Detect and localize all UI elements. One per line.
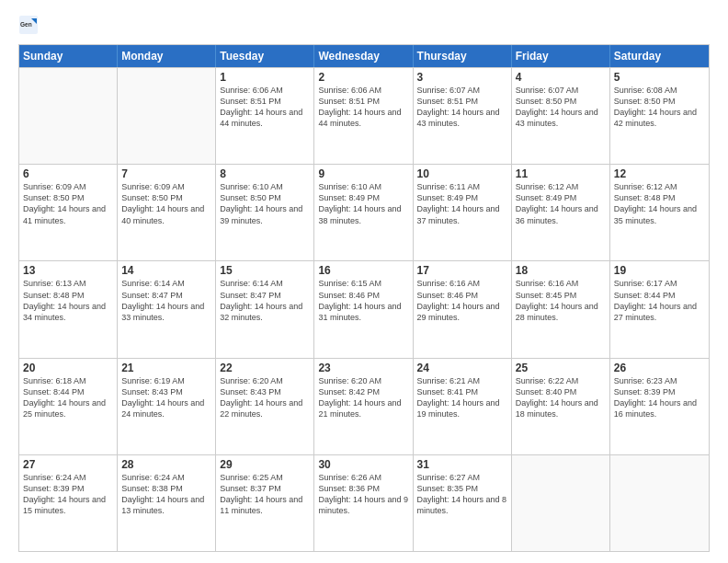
cell-info: Sunrise: 6:16 AM Sunset: 8:46 PM Dayligh… bbox=[417, 278, 507, 323]
calendar-row-2: 6Sunrise: 6:09 AM Sunset: 8:50 PM Daylig… bbox=[19, 164, 709, 260]
cell-info: Sunrise: 6:25 AM Sunset: 8:37 PM Dayligh… bbox=[220, 472, 310, 517]
cell-info: Sunrise: 6:07 AM Sunset: 8:50 PM Dayligh… bbox=[516, 85, 606, 130]
calendar-cell: 2Sunrise: 6:06 AM Sunset: 8:51 PM Daylig… bbox=[314, 68, 413, 164]
logo-icon: Gen bbox=[18, 15, 39, 35]
cell-info: Sunrise: 6:09 AM Sunset: 8:50 PM Dayligh… bbox=[121, 181, 211, 226]
calendar-cell: 9Sunrise: 6:10 AM Sunset: 8:49 PM Daylig… bbox=[314, 165, 413, 260]
calendar-cell: 1Sunrise: 6:06 AM Sunset: 8:51 PM Daylig… bbox=[216, 68, 314, 164]
day-number: 1 bbox=[220, 71, 310, 84]
day-number: 13 bbox=[23, 264, 113, 277]
day-number: 10 bbox=[417, 167, 507, 180]
calendar-cell: 16Sunrise: 6:15 AM Sunset: 8:46 PM Dayli… bbox=[314, 261, 413, 357]
day-number: 27 bbox=[23, 458, 113, 471]
cell-info: Sunrise: 6:19 AM Sunset: 8:43 PM Dayligh… bbox=[121, 375, 211, 420]
day-number: 17 bbox=[417, 264, 507, 277]
cell-info: Sunrise: 6:09 AM Sunset: 8:50 PM Dayligh… bbox=[23, 181, 113, 226]
calendar-cell: 13Sunrise: 6:13 AM Sunset: 8:48 PM Dayli… bbox=[19, 261, 118, 357]
cell-info: Sunrise: 6:06 AM Sunset: 8:51 PM Dayligh… bbox=[220, 85, 310, 130]
cell-info: Sunrise: 6:17 AM Sunset: 8:44 PM Dayligh… bbox=[614, 278, 705, 323]
calendar-cell: 24Sunrise: 6:21 AM Sunset: 8:41 PM Dayli… bbox=[414, 359, 512, 454]
header: Gen bbox=[18, 15, 710, 35]
cell-info: Sunrise: 6:06 AM Sunset: 8:51 PM Dayligh… bbox=[318, 85, 408, 130]
calendar-cell: 14Sunrise: 6:14 AM Sunset: 8:47 PM Dayli… bbox=[118, 261, 216, 357]
calendar-cell: 11Sunrise: 6:12 AM Sunset: 8:49 PM Dayli… bbox=[512, 165, 610, 260]
calendar-cell: 29Sunrise: 6:25 AM Sunset: 8:37 PM Dayli… bbox=[216, 455, 314, 551]
day-number: 11 bbox=[516, 167, 606, 180]
cell-info: Sunrise: 6:14 AM Sunset: 8:47 PM Dayligh… bbox=[121, 278, 211, 323]
calendar-cell: 7Sunrise: 6:09 AM Sunset: 8:50 PM Daylig… bbox=[118, 165, 216, 260]
day-number: 9 bbox=[318, 167, 408, 180]
day-number: 7 bbox=[121, 167, 211, 180]
cell-info: Sunrise: 6:16 AM Sunset: 8:45 PM Dayligh… bbox=[516, 278, 606, 323]
calendar-cell: 5Sunrise: 6:08 AM Sunset: 8:50 PM Daylig… bbox=[610, 68, 709, 164]
cell-info: Sunrise: 6:14 AM Sunset: 8:47 PM Dayligh… bbox=[220, 278, 310, 323]
day-number: 19 bbox=[614, 264, 705, 277]
cell-info: Sunrise: 6:22 AM Sunset: 8:40 PM Dayligh… bbox=[516, 375, 606, 420]
day-number: 20 bbox=[23, 362, 113, 374]
day-number: 21 bbox=[121, 362, 211, 374]
day-number: 25 bbox=[516, 362, 606, 374]
header-day-sunday: Sunday bbox=[19, 45, 118, 67]
svg-text:Gen: Gen bbox=[20, 21, 32, 28]
cell-info: Sunrise: 6:12 AM Sunset: 8:48 PM Dayligh… bbox=[614, 181, 705, 226]
day-number: 5 bbox=[614, 71, 705, 84]
calendar-row-3: 13Sunrise: 6:13 AM Sunset: 8:48 PM Dayli… bbox=[19, 260, 709, 357]
cell-info: Sunrise: 6:12 AM Sunset: 8:49 PM Dayligh… bbox=[516, 181, 606, 226]
calendar-cell: 18Sunrise: 6:16 AM Sunset: 8:45 PM Dayli… bbox=[512, 261, 610, 357]
day-number: 28 bbox=[121, 458, 211, 471]
header-day-wednesday: Wednesday bbox=[314, 45, 413, 67]
cell-info: Sunrise: 6:20 AM Sunset: 8:43 PM Dayligh… bbox=[220, 375, 310, 420]
calendar-cell: 6Sunrise: 6:09 AM Sunset: 8:50 PM Daylig… bbox=[19, 165, 118, 260]
calendar-cell: 26Sunrise: 6:23 AM Sunset: 8:39 PM Dayli… bbox=[610, 359, 709, 454]
day-number: 4 bbox=[516, 71, 606, 84]
day-number: 26 bbox=[614, 362, 705, 374]
calendar-row-5: 27Sunrise: 6:24 AM Sunset: 8:39 PM Dayli… bbox=[19, 454, 709, 551]
cell-info: Sunrise: 6:26 AM Sunset: 8:36 PM Dayligh… bbox=[318, 472, 408, 517]
calendar: SundayMondayTuesdayWednesdayThursdayFrid… bbox=[18, 44, 710, 552]
calendar-cell: 31Sunrise: 6:27 AM Sunset: 8:35 PM Dayli… bbox=[414, 455, 512, 551]
day-number: 18 bbox=[516, 264, 606, 277]
calendar-cell: 8Sunrise: 6:10 AM Sunset: 8:50 PM Daylig… bbox=[216, 165, 314, 260]
calendar-cell: 10Sunrise: 6:11 AM Sunset: 8:49 PM Dayli… bbox=[414, 165, 512, 260]
cell-info: Sunrise: 6:23 AM Sunset: 8:39 PM Dayligh… bbox=[614, 375, 705, 420]
calendar-cell: 28Sunrise: 6:24 AM Sunset: 8:38 PM Dayli… bbox=[118, 455, 216, 551]
calendar-cell: 12Sunrise: 6:12 AM Sunset: 8:48 PM Dayli… bbox=[610, 165, 709, 260]
day-number: 14 bbox=[121, 264, 211, 277]
cell-info: Sunrise: 6:08 AM Sunset: 8:50 PM Dayligh… bbox=[614, 85, 705, 130]
cell-info: Sunrise: 6:13 AM Sunset: 8:48 PM Dayligh… bbox=[23, 278, 113, 323]
calendar-cell: 25Sunrise: 6:22 AM Sunset: 8:40 PM Dayli… bbox=[512, 359, 610, 454]
header-day-tuesday: Tuesday bbox=[216, 45, 314, 67]
cell-info: Sunrise: 6:20 AM Sunset: 8:42 PM Dayligh… bbox=[318, 375, 408, 420]
day-number: 30 bbox=[318, 458, 408, 471]
calendar-cell: 15Sunrise: 6:14 AM Sunset: 8:47 PM Dayli… bbox=[216, 261, 314, 357]
day-number: 2 bbox=[318, 71, 408, 84]
calendar-cell: 19Sunrise: 6:17 AM Sunset: 8:44 PM Dayli… bbox=[610, 261, 709, 357]
calendar-cell bbox=[118, 68, 216, 164]
calendar-cell: 20Sunrise: 6:18 AM Sunset: 8:44 PM Dayli… bbox=[19, 359, 118, 454]
page: Gen SundayMondayTuesdayWednesdayThursday… bbox=[0, 0, 728, 563]
cell-info: Sunrise: 6:24 AM Sunset: 8:38 PM Dayligh… bbox=[121, 472, 211, 517]
header-day-monday: Monday bbox=[118, 45, 216, 67]
day-number: 12 bbox=[614, 167, 705, 180]
cell-info: Sunrise: 6:10 AM Sunset: 8:50 PM Dayligh… bbox=[220, 181, 310, 226]
day-number: 8 bbox=[220, 167, 310, 180]
cell-info: Sunrise: 6:15 AM Sunset: 8:46 PM Dayligh… bbox=[318, 278, 408, 323]
day-number: 31 bbox=[417, 458, 507, 471]
header-day-thursday: Thursday bbox=[414, 45, 512, 67]
day-number: 29 bbox=[220, 458, 310, 471]
calendar-cell: 27Sunrise: 6:24 AM Sunset: 8:39 PM Dayli… bbox=[19, 455, 118, 551]
calendar-cell: 22Sunrise: 6:20 AM Sunset: 8:43 PM Dayli… bbox=[216, 359, 314, 454]
day-number: 24 bbox=[417, 362, 507, 374]
calendar-cell bbox=[19, 68, 118, 164]
cell-info: Sunrise: 6:21 AM Sunset: 8:41 PM Dayligh… bbox=[417, 375, 507, 420]
calendar-cell: 23Sunrise: 6:20 AM Sunset: 8:42 PM Dayli… bbox=[314, 359, 413, 454]
day-number: 16 bbox=[318, 264, 408, 277]
day-number: 23 bbox=[318, 362, 408, 374]
cell-info: Sunrise: 6:18 AM Sunset: 8:44 PM Dayligh… bbox=[23, 375, 113, 420]
calendar-cell: 3Sunrise: 6:07 AM Sunset: 8:51 PM Daylig… bbox=[414, 68, 512, 164]
day-number: 15 bbox=[220, 264, 310, 277]
cell-info: Sunrise: 6:10 AM Sunset: 8:49 PM Dayligh… bbox=[318, 181, 408, 226]
calendar-body: 1Sunrise: 6:06 AM Sunset: 8:51 PM Daylig… bbox=[19, 67, 709, 551]
calendar-header: SundayMondayTuesdayWednesdayThursdayFrid… bbox=[19, 45, 709, 67]
cell-info: Sunrise: 6:07 AM Sunset: 8:51 PM Dayligh… bbox=[417, 85, 507, 130]
